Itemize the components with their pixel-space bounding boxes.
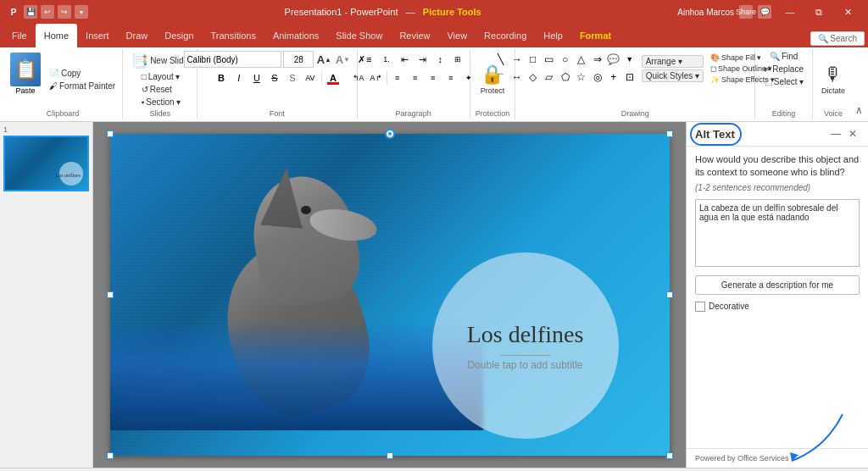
find-button[interactable]: 🔍 Find	[766, 51, 801, 62]
search-box[interactable]: 🔍 Search	[810, 31, 865, 46]
pentagon-shape[interactable]: ⬠	[557, 69, 574, 86]
reset-button[interactable]: ↺ Reset	[138, 84, 184, 95]
arrange-button[interactable]: Arrange ▾	[642, 55, 704, 68]
handle-bl[interactable]	[107, 452, 114, 459]
tab-help[interactable]: Help	[535, 24, 571, 47]
star-shape[interactable]: ☆	[573, 69, 590, 86]
comments-button[interactable]: 💬	[758, 5, 771, 19]
justify-button[interactable]: ≡	[442, 69, 459, 86]
slide-canvas-wrapper: Los delfines Double tap to add subtitle	[110, 134, 670, 456]
restore-button[interactable]: ⧉	[805, 0, 832, 24]
layout-button[interactable]: □ Layout ▾	[138, 71, 184, 82]
bold-button[interactable]: B	[213, 69, 230, 86]
line-spacing-button[interactable]: ↕	[431, 51, 448, 68]
quick-access-customize[interactable]: ▼	[75, 5, 88, 19]
char-spacing-button[interactable]: AV	[302, 69, 319, 86]
more-shapes[interactable]: ▼	[621, 51, 638, 68]
new-slide-button[interactable]: 📑 New Slide	[128, 51, 192, 70]
arrow-shape[interactable]: →	[509, 51, 526, 68]
diamond-shape[interactable]: ◇	[525, 69, 542, 86]
handle-bm[interactable]	[387, 452, 393, 459]
format-painter-button[interactable]: 🖌 Format Painter	[46, 80, 119, 91]
rounded-rect-shape[interactable]: ▭	[541, 51, 558, 68]
numbering-button[interactable]: 1.	[378, 51, 395, 68]
tab-format[interactable]: Format	[571, 24, 620, 47]
minimize-button[interactable]: —	[776, 0, 804, 24]
align-left-button[interactable]: ≡	[389, 69, 406, 86]
font-size-input[interactable]	[283, 51, 314, 68]
tab-recording[interactable]: Recording	[476, 24, 535, 47]
callout-shape[interactable]: 💬	[605, 51, 622, 68]
alt-text-close-button[interactable]: ✕	[846, 127, 860, 141]
align-right-button[interactable]: ≡	[425, 69, 442, 86]
tab-slideshow[interactable]: Slide Show	[327, 24, 391, 47]
collapse-ribbon-button[interactable]: ∧	[854, 103, 865, 118]
font-color-button[interactable]: A	[325, 69, 342, 86]
quick-access-save[interactable]: 💾	[24, 5, 37, 19]
handle-tr[interactable]	[666, 130, 673, 137]
select-button[interactable]: ⬚ Select ▾	[761, 76, 807, 87]
tab-file[interactable]: File	[3, 24, 36, 47]
connector-shape[interactable]: ⌒	[492, 69, 509, 86]
decorative-checkbox[interactable]	[695, 302, 705, 312]
tab-review[interactable]: Review	[391, 24, 438, 47]
strikethrough-button[interactable]: S	[266, 69, 283, 86]
tab-view[interactable]: View	[438, 24, 476, 47]
decrease-indent-button[interactable]: ⇤	[396, 51, 413, 68]
slide-number-label: 1	[3, 125, 89, 134]
section-button[interactable]: ▪ Section ▾	[138, 97, 184, 108]
dictate-button[interactable]: 🎙 Dictate	[818, 62, 849, 97]
parallelogram-shape[interactable]: ▱	[541, 69, 558, 86]
text-dir-rtl-button[interactable]: A↱	[368, 69, 385, 86]
replace-button[interactable]: ⇄ Replace	[760, 64, 807, 75]
slide-thumbnail[interactable]: Los delfines	[3, 136, 89, 191]
line-shape[interactable]: ╲	[492, 51, 509, 68]
font-name-select[interactable]	[184, 51, 281, 68]
underline-button[interactable]: U	[248, 69, 265, 86]
share-button[interactable]: Share	[739, 5, 753, 19]
powerpoint-icon[interactable]: P	[7, 5, 20, 19]
slide-title-line	[500, 355, 551, 356]
slides-label: Slides	[149, 108, 170, 118]
columns-button[interactable]: ⊞	[449, 51, 466, 68]
quick-styles-button[interactable]: Quick Styles ▾	[642, 69, 704, 82]
alt-text-minimize-button[interactable]: —	[829, 127, 843, 141]
close-button[interactable]: ✕	[834, 0, 861, 24]
tab-design[interactable]: Design	[156, 24, 202, 47]
search-icon: 🔍	[818, 34, 828, 43]
text-dir-ltr-button[interactable]: ↰A	[350, 69, 367, 86]
tab-home[interactable]: Home	[36, 24, 77, 47]
rect-shape[interactable]: □	[525, 51, 542, 68]
font-label: Font	[270, 108, 285, 118]
dbl-arrow-shape[interactable]: ↔	[509, 69, 526, 86]
tab-draw[interactable]: Draw	[118, 24, 157, 47]
donut-shape[interactable]: ◎	[589, 69, 606, 86]
handle-tl[interactable]	[107, 130, 114, 137]
frame-shape[interactable]: ⊡	[621, 69, 638, 86]
tab-insert[interactable]: Insert	[77, 24, 118, 47]
right-arrow-shape[interactable]: ⇒	[589, 51, 606, 68]
bullets-button[interactable]: ≡	[360, 51, 377, 68]
alt-text-input[interactable]: La cabeza de un delfín sobresale del agu…	[695, 199, 860, 267]
quick-access-undo[interactable]: ↩	[41, 5, 54, 19]
triangle-shape[interactable]: △	[573, 51, 590, 68]
increase-indent-button[interactable]: ⇥	[414, 51, 431, 68]
shadow-button[interactable]: S	[284, 69, 301, 86]
handle-mr[interactable]	[666, 291, 673, 298]
copy-button[interactable]: 📄 Copy	[46, 68, 119, 79]
plus-shape[interactable]: +	[605, 69, 622, 86]
tab-transitions[interactable]: Transitions	[203, 24, 264, 47]
paragraph-content: ≡ 1. ⇤ ⇥ ↕ ⊞ ↰A A↱ ≡ ≡ ≡ ≡ ✦	[350, 51, 477, 108]
italic-button[interactable]: I	[231, 69, 248, 86]
slide-canvas[interactable]: Los delfines Double tap to add subtitle	[110, 134, 670, 456]
generate-description-button[interactable]: Generate a description for me	[695, 275, 860, 295]
circle-shape[interactable]: ○	[557, 51, 574, 68]
tab-animations[interactable]: Animations	[264, 24, 327, 47]
increase-font-button[interactable]: A▲	[315, 51, 332, 68]
align-center-button[interactable]: ≡	[407, 69, 424, 86]
handle-br[interactable]	[666, 452, 673, 459]
decrease-font-button[interactable]: A▼	[334, 51, 351, 68]
quick-access-redo[interactable]: ↪	[58, 5, 71, 19]
paste-button[interactable]: 📋 Paste	[7, 51, 44, 108]
handle-ml[interactable]	[107, 291, 114, 298]
